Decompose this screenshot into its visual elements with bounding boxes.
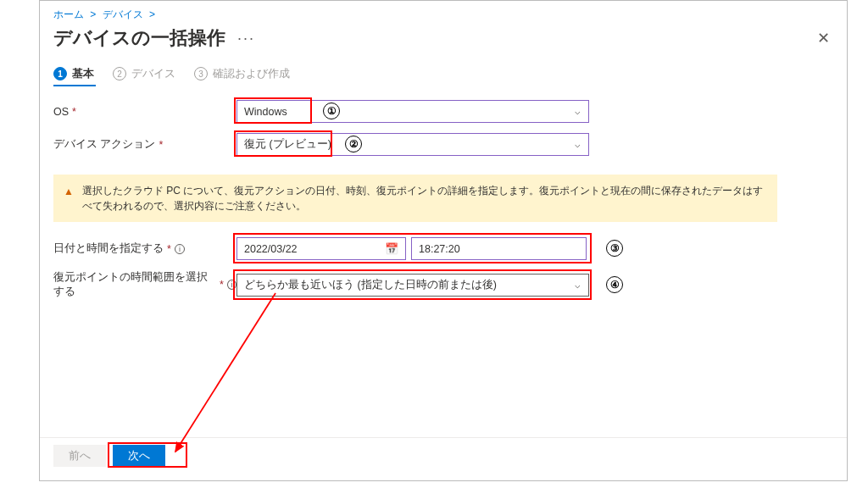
- os-label: OS*: [53, 106, 236, 118]
- step-number-icon: 2: [113, 67, 126, 80]
- step-review[interactable]: 3 確認および作成: [194, 66, 290, 81]
- step-indicator: [53, 85, 96, 86]
- restore-range-label: 復元ポイントの時間範囲を選択する* i: [53, 270, 236, 299]
- datetime-label: 日付と時間を指定する* i: [53, 241, 236, 256]
- step-number-icon: 3: [194, 67, 208, 80]
- annotation-number-3: ③: [606, 240, 623, 257]
- close-button[interactable]: ✕: [813, 29, 833, 47]
- info-icon[interactable]: i: [175, 244, 185, 254]
- chevron-right-icon: >: [149, 8, 155, 20]
- device-action-label: デバイス アクション*: [53, 137, 236, 152]
- step-basic[interactable]: 1 基本: [53, 66, 94, 81]
- step-label: デバイス: [131, 66, 175, 81]
- annotation-box: [234, 130, 332, 157]
- warning-text: 選択したクラウド PC について、復元アクションの日付、時刻、復元ポイントの詳細…: [82, 183, 767, 214]
- breadcrumb-home[interactable]: ホーム: [53, 8, 84, 20]
- breadcrumb-devices[interactable]: デバイス: [103, 8, 143, 20]
- chevron-right-icon: >: [90, 8, 96, 20]
- warning-icon: ▲: [64, 184, 74, 214]
- annotation-box: [233, 233, 592, 263]
- wizard-steps: 1 基本 2 デバイス 3 確認および作成: [53, 66, 833, 81]
- wizard-footer: 前へ 次へ: [40, 437, 847, 474]
- annotation-number-1: ①: [323, 103, 340, 119]
- step-label: 基本: [72, 66, 94, 81]
- more-actions-button[interactable]: ···: [237, 30, 255, 47]
- step-number-icon: 1: [53, 67, 67, 80]
- annotation-box: [234, 97, 312, 124]
- step-devices[interactable]: 2 デバイス: [113, 66, 175, 81]
- prev-button[interactable]: 前へ: [53, 445, 106, 467]
- annotation-box: [233, 269, 592, 300]
- page-title: デバイスの一括操作: [53, 25, 225, 51]
- annotation-box: [108, 442, 187, 468]
- step-label: 確認および作成: [213, 66, 290, 81]
- annotation-number-2: ②: [345, 136, 362, 152]
- breadcrumb: ホーム > デバイス >: [53, 8, 833, 22]
- warning-banner: ▲ 選択したクラウド PC について、復元アクションの日付、時刻、復元ポイントの…: [53, 175, 777, 222]
- annotation-number-4: ④: [606, 276, 623, 293]
